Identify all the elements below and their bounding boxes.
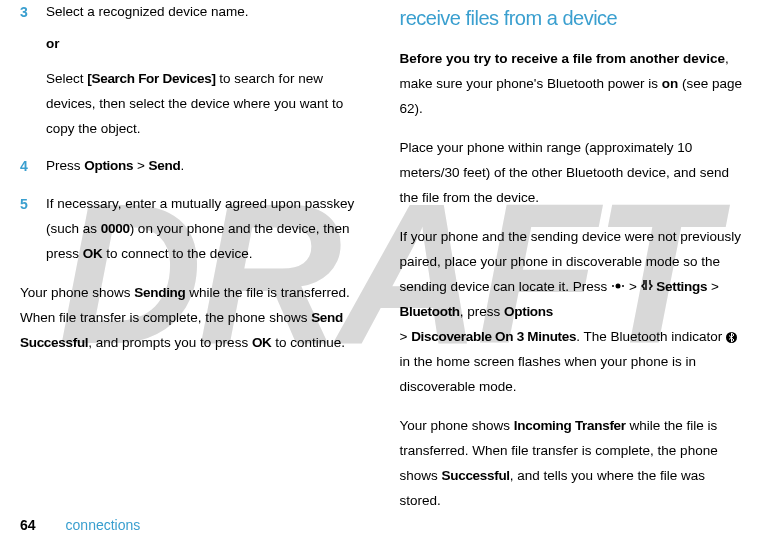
bold-text: Settings <box>656 279 707 294</box>
text: > <box>707 279 719 294</box>
step-or: or <box>46 32 370 57</box>
right-para-3: If your phone and the sending device wer… <box>400 225 750 400</box>
step-3-sub: Select [Search For Devices] to search fo… <box>46 67 370 142</box>
svg-point-0 <box>612 285 614 287</box>
right-para-4: Your phone shows Incoming Transfer while… <box>400 414 750 514</box>
svg-point-2 <box>622 285 624 287</box>
right-column: receive files from a device Before you t… <box>400 0 750 528</box>
bold-text: Options <box>504 304 553 319</box>
page-number: 64 <box>20 517 36 533</box>
bold-text: OK <box>252 335 272 350</box>
bold-text: Successful <box>442 468 510 483</box>
text: , press <box>460 304 504 319</box>
text: Press <box>46 158 84 173</box>
text: , and prompts you to press <box>88 335 252 350</box>
step-text: Press Options > Send. <box>46 154 370 180</box>
bluetooth-icon <box>726 332 737 343</box>
step-number: 3 <box>20 0 46 26</box>
text: Your phone shows <box>20 285 134 300</box>
page-content: 3 Select a recognized device name. or Se… <box>0 0 769 528</box>
step-3: 3 Select a recognized device name. <box>20 0 370 26</box>
bold-text: 0000 <box>101 221 130 236</box>
bold-text: Sending <box>134 285 185 300</box>
text: Select <box>46 71 87 86</box>
page-footer: 64connections <box>20 517 140 533</box>
text: . <box>180 158 184 173</box>
bold-text: Send <box>149 158 181 173</box>
right-para-1: Before you try to receive a file from an… <box>400 47 750 122</box>
bold-text: OK <box>83 246 103 261</box>
text: to continue. <box>272 335 346 350</box>
step-4: 4 Press Options > Send. <box>20 154 370 180</box>
step-number: 5 <box>20 192 46 267</box>
right-para-2: Place your phone within range (approxima… <box>400 136 750 211</box>
left-paragraph: Your phone shows Sending while the file … <box>20 281 370 356</box>
step-text: If necessary, enter a mutually agreed up… <box>46 192 370 267</box>
svg-point-1 <box>616 283 621 288</box>
step-text: Select a recognized device name. <box>46 0 370 26</box>
bold-text: Incoming Transfer <box>514 418 626 433</box>
left-column: 3 Select a recognized device name. or Se… <box>20 0 370 528</box>
bold-text: [Search For Devices] <box>87 71 215 86</box>
text: to connect to the device. <box>102 246 252 261</box>
text: in the home screen flashes when your pho… <box>400 354 696 394</box>
text: > <box>625 279 640 294</box>
section-heading: receive files from a device <box>400 0 750 37</box>
footer-section-label: connections <box>66 517 141 533</box>
bold-text: on <box>662 76 679 91</box>
bold-text: Bluetooth <box>400 304 460 319</box>
text: . The Bluetooth indicator <box>576 329 726 344</box>
tools-icon <box>641 275 653 300</box>
text: > <box>400 329 412 344</box>
bold-text: Options <box>84 158 133 173</box>
step-5: 5 If necessary, enter a mutually agreed … <box>20 192 370 267</box>
bold-text: Discoverable On 3 Minutes <box>411 329 576 344</box>
center-key-icon <box>611 275 625 300</box>
bold-text: Before you try to receive a file from an… <box>400 51 726 66</box>
text: > <box>133 158 148 173</box>
text: Your phone shows <box>400 418 514 433</box>
step-number: 4 <box>20 154 46 180</box>
